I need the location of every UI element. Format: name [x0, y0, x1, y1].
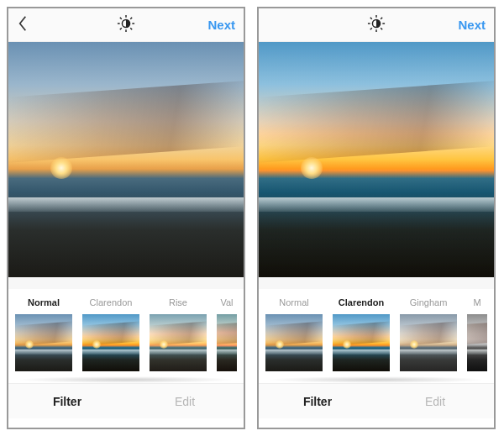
svg-line-15: [381, 28, 382, 29]
filter-item-valencia[interactable]: Val: [217, 297, 237, 371]
filter-item-rise[interactable]: Rise: [150, 297, 207, 371]
bottom-tabs: Filter Edit: [259, 383, 494, 418]
filter-item-normal[interactable]: Normal: [15, 297, 72, 371]
svg-line-6: [130, 28, 132, 29]
chevron-left-icon: [17, 15, 29, 35]
shadow-decoration: [17, 376, 235, 383]
tab-filter[interactable]: Filter: [8, 395, 126, 408]
filter-scroll[interactable]: Normal Clarendon Gingham M: [259, 289, 494, 376]
bottom-tabs: Filter Edit: [8, 383, 244, 418]
filter-strip: Normal Clarendon Rise Val Filter Edit: [8, 289, 244, 428]
photo-edit-screen-left: Next Normal Clarendon Rise Val: [7, 7, 245, 429]
filter-item-moon[interactable]: M: [467, 297, 487, 371]
photo-preview[interactable]: [8, 42, 244, 277]
filter-item-clarendon[interactable]: Clarendon: [333, 297, 390, 371]
svg-line-16: [370, 28, 372, 29]
photo-edit-screen-right: Next Normal Clarendon Gingham M: [257, 7, 496, 429]
lux-adjust-button[interactable]: [117, 14, 135, 36]
back-button[interactable]: [17, 15, 59, 35]
svg-line-14: [370, 17, 372, 18]
svg-line-5: [120, 17, 122, 18]
filter-label: Val: [220, 297, 233, 309]
next-button[interactable]: Next: [207, 18, 235, 32]
half-sun-icon: [117, 21, 135, 35]
svg-line-17: [381, 17, 382, 18]
tab-edit[interactable]: Edit: [126, 395, 244, 408]
filter-thumb: [217, 314, 237, 371]
tab-edit[interactable]: Edit: [376, 395, 494, 408]
filter-label: Normal: [279, 297, 308, 309]
filter-item-normal[interactable]: Normal: [265, 297, 323, 371]
filter-thumb: [15, 314, 72, 371]
filter-label: M: [473, 297, 480, 309]
filter-thumb: [333, 314, 390, 371]
filter-thumb: [400, 314, 457, 371]
top-bar: Next: [259, 8, 494, 42]
filter-label: Gingham: [410, 297, 448, 309]
filter-thumb: [265, 314, 323, 371]
tab-filter[interactable]: Filter: [259, 395, 376, 408]
photo-preview[interactable]: [259, 42, 494, 277]
half-sun-icon: [367, 21, 386, 35]
next-button[interactable]: Next: [458, 18, 486, 32]
lux-adjust-button[interactable]: [367, 14, 386, 36]
filter-scroll[interactable]: Normal Clarendon Rise Val: [8, 289, 244, 376]
filter-thumb: [467, 314, 487, 371]
svg-line-7: [120, 28, 122, 29]
shadow-decoration: [267, 376, 486, 383]
filter-label: Clarendon: [339, 297, 384, 309]
filter-label: Normal: [28, 297, 60, 309]
filter-strip: Normal Clarendon Gingham M Filter Edit: [259, 289, 494, 428]
filter-item-gingham[interactable]: Gingham: [400, 297, 457, 371]
filter-item-clarendon[interactable]: Clarendon: [82, 297, 139, 371]
filter-thumb: [150, 314, 207, 371]
top-bar: Next: [8, 8, 244, 42]
svg-line-8: [130, 17, 132, 18]
filter-label: Rise: [169, 297, 187, 309]
filter-thumb: [82, 314, 139, 371]
filter-label: Clarendon: [90, 297, 133, 309]
